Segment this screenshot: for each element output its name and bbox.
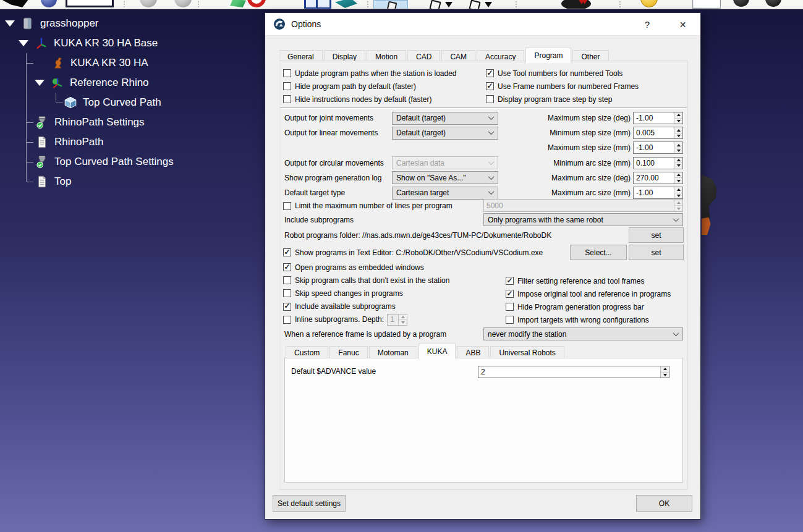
window-icon[interactable] — [66, 0, 114, 7]
checkbox[interactable]: ✓ — [486, 95, 494, 103]
checkbox[interactable]: ✓ — [506, 277, 514, 285]
dropdown[interactable]: Show on "Save As..." — [392, 171, 498, 184]
reference-frames-icon[interactable] — [304, 0, 331, 6]
active-tool-button[interactable] — [373, 0, 408, 9]
spinner-arrows[interactable] — [674, 127, 682, 138]
checkbox[interactable]: ✓ — [283, 303, 291, 311]
tree-item[interactable]: KUKA KR 30 HA Base — [19, 33, 158, 53]
checkbox-row[interactable]: ✓ Filter setting reference and tool fram… — [506, 274, 671, 287]
folder-set-button[interactable]: set — [629, 227, 684, 243]
page-button[interactable] — [692, 0, 721, 9]
tree-item[interactable]: RhinoPath Settings — [35, 112, 145, 132]
checkbox-row[interactable]: ✓ Hide program path by default (faster) — [283, 80, 457, 93]
separator[interactable] — [124, 1, 125, 7]
tool-green-icon[interactable] — [230, 0, 246, 7]
depth-input[interactable]: 1 — [387, 314, 407, 326]
reference-frame-dropdown[interactable]: never modify the station — [483, 327, 683, 340]
checkbox-row[interactable]: ✓ Hide instructions nodes by default (fa… — [283, 93, 457, 106]
move-joint-icon[interactable] — [427, 0, 459, 9]
checkbox-row[interactable]: ✓ Import targets with wrong configuratio… — [506, 313, 671, 326]
editor-select-button[interactable]: Select... — [570, 245, 627, 260]
spinner-arrows[interactable] — [674, 158, 682, 169]
spinner-arrows[interactable] — [660, 366, 669, 378]
tree-item[interactable]: KUKA KR 30 HA — [51, 53, 148, 73]
wedge-teal-icon[interactable] — [335, 0, 357, 8]
sphere-gray-icon[interactable] — [174, 0, 192, 7]
spinner-arrows[interactable] — [674, 187, 682, 198]
coin-icon[interactable] — [640, 0, 658, 7]
expander-arrow-icon[interactable] — [35, 80, 45, 86]
tree-item[interactable]: grasshopper — [5, 14, 99, 33]
number-input[interactable]: 0.100 — [633, 157, 683, 169]
number-input[interactable]: -1.00 — [633, 187, 683, 199]
max-lines-input[interactable]: 5000 — [483, 199, 683, 212]
separator[interactable] — [516, 1, 517, 7]
checkbox[interactable]: ✓ — [283, 263, 291, 271]
dropdown[interactable]: Default (target) — [392, 112, 498, 125]
spinner-arrows[interactable] — [398, 315, 407, 325]
checkbox[interactable]: ✓ — [283, 248, 291, 256]
circle-dark-icon[interactable] — [765, 0, 781, 7]
spinner-arrows[interactable] — [674, 200, 682, 211]
vendor-tab[interactable]: Universal Robots — [490, 346, 564, 359]
checkbox[interactable]: ✓ — [506, 303, 514, 311]
checkbox[interactable]: ✓ — [283, 202, 291, 210]
checkbox-row[interactable]: ✓ Inline subprograms. Depth: 1 — [283, 313, 449, 326]
include-subprograms-dropdown[interactable]: Only programs with the same robot — [483, 213, 683, 226]
checkbox-row[interactable]: ✓ Include available subprograms — [283, 300, 449, 313]
tree-item[interactable]: Reference Rhino — [35, 73, 149, 93]
separator[interactable] — [198, 1, 199, 7]
vendor-tab[interactable]: Motoman — [369, 346, 417, 359]
checkbox[interactable]: ✓ — [283, 276, 291, 284]
dropdown[interactable]: Cartesian data — [392, 156, 498, 169]
spinner-arrows[interactable] — [674, 112, 682, 124]
collision-check-icon[interactable] — [561, 0, 611, 9]
expander-arrow-icon[interactable] — [19, 40, 28, 46]
checkbox[interactable]: ✓ — [283, 69, 291, 77]
spinner-arrows[interactable] — [674, 142, 682, 153]
move-linear-icon[interactable] — [466, 0, 498, 9]
checkbox[interactable]: ✓ — [283, 316, 291, 324]
checkbox-row[interactable]: ✓ Update program paths when the station … — [283, 67, 457, 80]
checkbox[interactable]: ✓ — [506, 290, 514, 298]
sphere-gray-icon[interactable] — [140, 0, 157, 7]
vendor-tab[interactable]: Fanuc — [329, 346, 367, 359]
checkbox-row[interactable]: ✓ Skip speed changes in programs — [283, 287, 449, 300]
checkbox-row[interactable]: ✓ Hide Program generation progress bar — [506, 300, 671, 313]
number-input[interactable]: 0.005 — [633, 127, 683, 139]
number-input[interactable]: -1.00 — [633, 112, 683, 124]
checkbox-row[interactable]: ✓ Use Tool numbers for numbered Tools — [486, 67, 639, 80]
checkbox-row[interactable]: ✓ Open programs as embedded windows — [283, 261, 449, 274]
tree-item[interactable]: Top — [35, 172, 71, 192]
checkbox-row[interactable]: ✓ Skip program calls that don't exist in… — [283, 274, 449, 287]
checkbox[interactable]: ✓ — [283, 95, 291, 103]
sphere-blue-icon[interactable] — [41, 0, 57, 7]
number-input[interactable]: 270.00 — [633, 172, 683, 184]
editor-set-button[interactable]: set — [629, 245, 684, 260]
expander-arrow-icon[interactable] — [5, 20, 15, 27]
options-tab[interactable]: Program — [525, 48, 571, 63]
tree-item[interactable]: Top Curved Path — [64, 93, 161, 112]
spinner-arrows[interactable] — [674, 172, 682, 184]
target-red-icon[interactable] — [247, 0, 266, 7]
checkbox[interactable]: ✓ — [283, 82, 291, 90]
help-button[interactable]: ? — [635, 13, 660, 36]
advance-value-input[interactable]: 2 — [478, 366, 669, 378]
dropdown[interactable]: Default (target) — [392, 127, 498, 140]
tree-item[interactable]: Top Curved Path Settings — [35, 152, 174, 172]
checkbox-row[interactable]: ✓ Impose original tool and reference in … — [506, 287, 671, 300]
checkbox[interactable]: ✓ — [486, 82, 494, 90]
number-input[interactable]: -1.00 — [633, 141, 683, 154]
checkbox-row[interactable]: ✓ Use Frame numbers for numbered Frames — [486, 80, 639, 93]
checkbox[interactable]: ✓ — [486, 69, 494, 77]
circle-dark-icon[interactable] — [733, 0, 749, 7]
dropdown[interactable]: Cartesian target — [392, 187, 498, 200]
close-button[interactable]: ✕ — [669, 13, 697, 36]
checkbox[interactable]: ✓ — [506, 316, 514, 324]
checkbox[interactable]: ✓ — [283, 289, 291, 297]
vendor-tab[interactable]: Custom — [286, 346, 328, 359]
separator[interactable] — [367, 1, 368, 7]
vendor-tab[interactable]: KUKA — [418, 344, 456, 359]
ok-button[interactable]: OK — [636, 495, 692, 512]
checkbox-row[interactable]: ✓ Display program trace step by step — [486, 93, 639, 106]
